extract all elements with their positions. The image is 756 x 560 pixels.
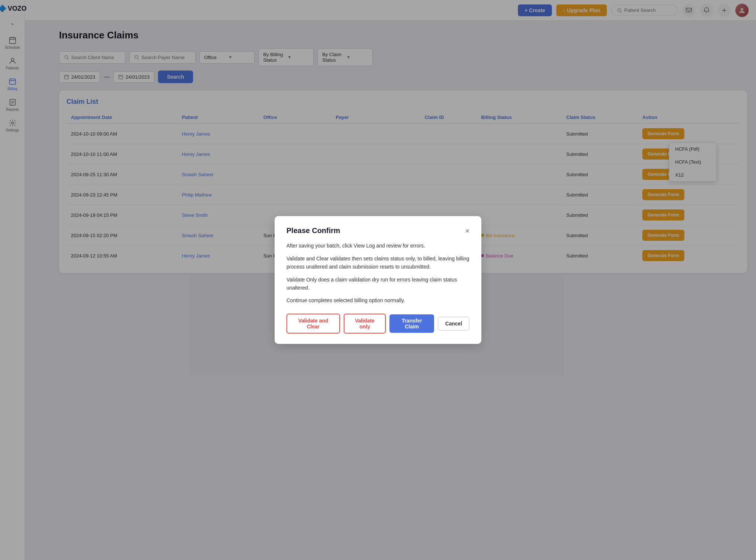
- modal-header: Please Confirm ×: [286, 226, 470, 235]
- modal-actions: Validate and Clear Validate only Transfe…: [286, 314, 470, 334]
- transfer-claim-button[interactable]: Transfer Claim: [389, 314, 434, 333]
- modal-paragraph-1: After saving your batch, click View Log …: [286, 242, 470, 250]
- cancel-button[interactable]: Cancel: [438, 317, 470, 331]
- modal-paragraph-4: Continue completes selected billing opti…: [286, 296, 470, 304]
- modal-body: After saving your batch, click View Log …: [286, 242, 470, 304]
- validate-only-button[interactable]: Validate only: [344, 314, 386, 334]
- modal-dialog: Please Confirm × After saving your batch…: [275, 216, 481, 344]
- modal-title: Please Confirm: [286, 226, 340, 235]
- validate-clear-button[interactable]: Validate and Clear: [286, 314, 340, 334]
- modal-overlay[interactable]: Please Confirm × After saving your batch…: [0, 0, 756, 560]
- modal-close-button[interactable]: ×: [465, 227, 470, 235]
- modal-paragraph-3: Validate Only does a claim validation dr…: [286, 276, 470, 292]
- modal-paragraph-2: Validate and Clear validates then sets c…: [286, 255, 470, 271]
